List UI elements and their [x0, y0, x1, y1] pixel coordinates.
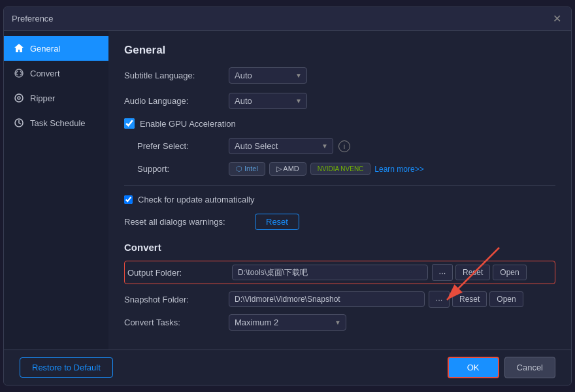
snapshot-folder-label: Snapshot Folder: [124, 293, 229, 306]
prefer-select-wrapper: Auto Select Intel AMD NVIDIA NVENC ▼ i [229, 138, 350, 154]
snapshot-folder-reset-button[interactable]: Reset [452, 291, 487, 307]
gpu-acceleration-checkbox[interactable] [124, 118, 135, 129]
gpu-acceleration-label: Enable GPU Acceleration [140, 119, 236, 129]
support-row: Support: ⬡ Intel ▷ AMD NVIDIA NVENC Lear… [137, 162, 555, 176]
intel-text: ⬡ Intel [236, 165, 258, 173]
nvidia-chip: NVIDIA NVENC [310, 163, 371, 175]
clock-icon [13, 117, 25, 129]
divider-1 [124, 185, 555, 186]
general-title: General [124, 44, 555, 57]
update-row: Check for update automatically [124, 195, 555, 204]
disc-icon [13, 92, 25, 104]
subtitle-language-label: Subtitle Language: [124, 71, 229, 80]
prefer-select-label: Prefer Select: [137, 141, 229, 151]
ok-button[interactable]: OK [448, 357, 499, 378]
reset-dialogs-row: Reset all dialogs warnings: Reset [124, 214, 555, 230]
sidebar-label-convert: Convert [30, 69, 60, 78]
update-checkbox[interactable] [124, 195, 133, 204]
sidebar-label-task-schedule: Task Schedule [30, 118, 86, 128]
sidebar-item-task-schedule[interactable]: Task Schedule [4, 110, 108, 135]
sidebar: General Convert Ripper [4, 31, 108, 350]
update-label: Check for update automatically [138, 195, 254, 204]
gpu-acceleration-row: Enable GPU Acceleration [124, 118, 555, 129]
prefer-dropdown-wrapper: Auto Select Intel AMD NVIDIA NVENC ▼ [229, 138, 333, 154]
audio-language-label: Audio Language: [124, 96, 229, 106]
convert-tasks-select[interactable]: Maximum 1 Maximum 2 Maximum 3 Maximum 4 [229, 314, 346, 331]
restore-default-button[interactable]: Restore to Default [20, 357, 113, 378]
amd-chip: ▷ AMD [269, 162, 306, 176]
audio-language-select-wrapper: Auto English Chinese ▼ [229, 93, 307, 109]
info-icon[interactable]: i [338, 140, 350, 152]
convert-tasks-row: Convert Tasks: Maximum 1 Maximum 2 Maxim… [124, 314, 555, 331]
subtitle-language-select[interactable]: Auto English Chinese [229, 67, 307, 84]
title-bar: Preference ✕ [4, 7, 571, 31]
intel-chip: ⬡ Intel [229, 162, 265, 176]
output-folder-row: Output Folder: ··· Reset Open [124, 261, 555, 284]
output-folder-label: Output Folder: [127, 267, 232, 279]
support-label: Support: [137, 164, 229, 174]
footer-right-buttons: OK Cancel [448, 357, 555, 378]
sidebar-label-ripper: Ripper [30, 93, 55, 103]
convert-section-title: Convert [124, 242, 555, 253]
output-folder-actions: ··· Reset Open [432, 264, 527, 281]
reset-dialogs-label: Reset all dialogs warnings: [124, 217, 255, 227]
dialog-body: General Convert Ripper [4, 31, 571, 350]
dialog-title: Preference [12, 14, 54, 24]
reset-dialogs-button[interactable]: Reset [255, 214, 299, 230]
support-chips: ⬡ Intel ▷ AMD NVIDIA NVENC Learn more>> [229, 162, 424, 176]
output-folder-reset-button[interactable]: Reset [455, 265, 490, 280]
output-folder-browse-button[interactable]: ··· [432, 264, 453, 281]
content-area: General Subtitle Language: Auto English … [108, 31, 571, 350]
snapshot-folder-browse-button[interactable]: ··· [429, 291, 450, 308]
snapshot-folder-input[interactable] [229, 291, 425, 307]
svg-point-2 [18, 97, 20, 99]
learn-more-link[interactable]: Learn more>> [374, 165, 423, 174]
convert-tasks-label: Convert Tasks: [124, 318, 229, 327]
output-folder-open-button[interactable]: Open [493, 265, 526, 280]
svg-point-1 [15, 94, 23, 102]
sidebar-item-ripper[interactable]: Ripper [4, 86, 108, 110]
close-button[interactable]: ✕ [550, 12, 563, 25]
sidebar-label-general: General [30, 44, 60, 54]
preference-dialog: Preference ✕ General [3, 7, 572, 385]
home-icon [13, 42, 25, 54]
cancel-button[interactable]: Cancel [504, 357, 555, 378]
nvidia-text: NVIDIA NVENC [318, 165, 364, 172]
audio-language-select[interactable]: Auto English Chinese [229, 93, 307, 109]
output-folder-input[interactable] [232, 265, 428, 280]
amd-text: ▷ AMD [276, 165, 299, 173]
snapshot-folder-row: Snapshot Folder: ··· Reset Open [124, 291, 555, 308]
subtitle-language-select-wrapper: Auto English Chinese ▼ [229, 67, 307, 84]
snapshot-folder-actions: ··· Reset Open [429, 291, 523, 308]
sidebar-item-convert[interactable]: Convert [4, 61, 108, 86]
close-icon: ✕ [553, 12, 561, 25]
prefer-select-dropdown[interactable]: Auto Select Intel AMD NVIDIA NVENC [229, 138, 333, 154]
footer: Restore to Default OK Cancel [4, 350, 571, 385]
audio-language-row: Audio Language: Auto English Chinese ▼ [124, 93, 555, 109]
convert-tasks-select-wrapper: Maximum 1 Maximum 2 Maximum 3 Maximum 4 … [229, 314, 346, 331]
subtitle-language-row: Subtitle Language: Auto English Chinese … [124, 67, 555, 84]
convert-icon [13, 67, 25, 79]
sidebar-item-general[interactable]: General [4, 36, 108, 61]
snapshot-folder-open-button[interactable]: Open [489, 291, 523, 307]
prefer-select-row: Prefer Select: Auto Select Intel AMD NVI… [137, 138, 555, 154]
